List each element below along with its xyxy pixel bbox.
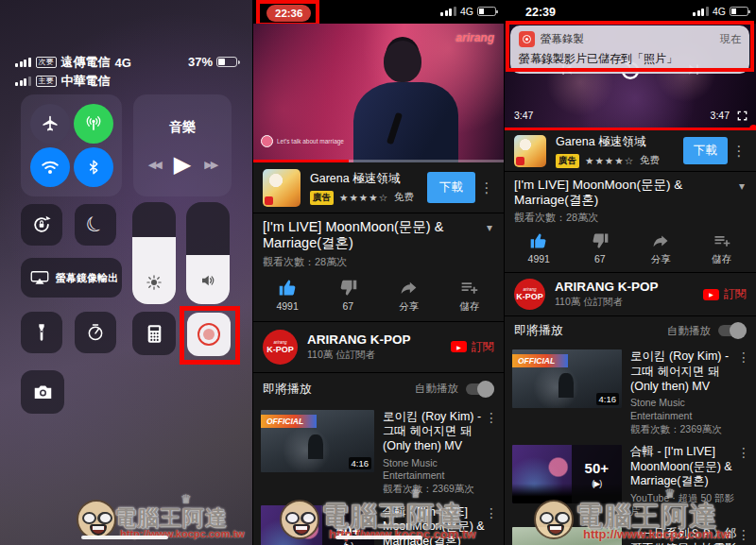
subscriber-count: 110萬 位訂閱者 (555, 296, 703, 309)
video-player[interactable]: arirang Let's talk about marriage (253, 24, 504, 162)
brightness-slider[interactable] (132, 202, 176, 304)
item-channel: Stone Music Entertainment (630, 397, 692, 421)
save-button[interactable]: 儲存 (439, 278, 500, 314)
autoplay-toggle[interactable] (466, 383, 494, 395)
fullscreen-icon[interactable] (736, 110, 748, 122)
ad-advertiser: Garena 極速領域 (310, 171, 427, 187)
youtube-notification-panel: 22:39 4G 3:47 3:47 Garena 極速領域 (504, 0, 756, 545)
calculator-button[interactable] (132, 312, 176, 355)
thumbs-up-icon (278, 278, 298, 298)
kebab-menu-icon[interactable]: ⋮ (479, 179, 494, 196)
autoplay-label: 自動播放 (667, 324, 711, 338)
sim-badge: 主要 (36, 76, 57, 87)
share-button[interactable]: 分享 (630, 231, 692, 266)
thumbnail-figure (558, 373, 574, 398)
do-not-disturb-button[interactable]: ☾ (75, 204, 116, 246)
kebab-menu-icon[interactable]: ⋮ (485, 505, 496, 545)
home-indicator[interactable] (81, 536, 168, 539)
kebab-menu-icon[interactable]: ⋮ (731, 143, 747, 160)
sim-badge: 次要 (36, 57, 57, 68)
save-label: 儲存 (459, 300, 479, 314)
caption-text: Let's talk about marriage (277, 138, 344, 145)
volume-slider[interactable] (186, 202, 230, 304)
airplane-mode-button[interactable] (30, 104, 70, 144)
save-label: 儲存 (712, 253, 731, 266)
upnext-header: 即將播放 自動播放 (253, 373, 504, 405)
channel-row: arirang K-POP ARIRANG K-POP 110萬 位訂閱者 ▶ … (505, 273, 756, 316)
like-count: 4991 (528, 253, 550, 264)
kebab-menu-icon[interactable]: ⋮ (485, 410, 496, 496)
timer-button[interactable] (75, 312, 116, 353)
kebab-menu-icon[interactable]: ⋮ (737, 527, 748, 545)
video-thumbnail[interactable]: 一日電影劇組 工作 1:13:52 (512, 527, 622, 545)
list-item[interactable]: OFFICIAL 4:16 로이킴 (Roy Kim) - 그때 헤어지면 돼 … (505, 345, 756, 440)
bluetooth-button[interactable] (74, 147, 113, 187)
volume-speaker-icon (186, 272, 230, 289)
screen-recording-notification[interactable]: 螢幕錄製 現在 螢幕錄製影片已儲存到「照片」 (510, 26, 749, 74)
kebab-menu-icon[interactable]: ⋮ (737, 445, 748, 518)
wifi-button[interactable] (30, 147, 70, 187)
cellular-data-button[interactable] (74, 104, 113, 144)
item-views: 觀看次數：2369萬次 (383, 483, 474, 494)
camera-icon (33, 383, 53, 400)
bluetooth-icon (85, 159, 102, 176)
flashlight-icon (34, 323, 49, 342)
timer-icon (86, 323, 105, 342)
save-button[interactable]: 儲存 (692, 231, 753, 266)
progress-knob[interactable] (749, 125, 756, 130)
fast-forward-icon[interactable]: ▶▶ (204, 159, 216, 171)
download-button[interactable]: 下載 (683, 137, 728, 164)
dislike-button[interactable]: 67 (570, 231, 631, 266)
play-icon[interactable]: ▶ (174, 151, 191, 178)
home-indicator[interactable] (335, 536, 422, 539)
camera-button[interactable] (21, 370, 64, 414)
signal-bars-icon (15, 58, 31, 67)
list-item[interactable]: OFFICIAL 4:16 로이킴 (Roy Kim) - 그때 헤어지면 돼 … (253, 405, 504, 501)
ad-thumbnail[interactable] (263, 169, 301, 207)
like-button[interactable]: 4991 (257, 278, 318, 314)
moon-icon: ☾ (81, 210, 110, 240)
download-button[interactable]: 下載 (427, 172, 475, 203)
like-count: 4991 (276, 300, 298, 312)
video-progress-bar[interactable] (253, 160, 504, 162)
chevron-down-icon[interactable]: ▾ (487, 221, 492, 234)
channel-avatar[interactable]: arirang K-POP (263, 330, 298, 365)
share-button[interactable]: 分享 (379, 278, 439, 314)
rotation-lock-button[interactable] (21, 204, 62, 246)
notification-message: 螢幕錄製影片已儲存到「照片」 (519, 51, 741, 67)
like-button[interactable]: 4991 (508, 231, 570, 266)
ad-thumbnail[interactable] (514, 135, 546, 167)
rewind-icon[interactable]: ◀◀ (148, 159, 161, 171)
music-tile-title: 音樂 (133, 119, 232, 136)
kebab-menu-icon[interactable]: ⋮ (737, 349, 748, 435)
subscribe-button[interactable]: ▶ 訂閱 (703, 286, 747, 302)
playlist-count: 50+ (585, 460, 609, 476)
video-thumbnail[interactable]: 50+(▶) (512, 445, 622, 503)
autoplay-toggle[interactable] (718, 325, 747, 336)
dislike-button[interactable]: 67 (318, 278, 378, 314)
chevron-down-icon[interactable]: ▾ (739, 179, 745, 193)
video-thumbnail[interactable]: OFFICIAL 4:16 (261, 410, 374, 472)
autoplay-label: 自動播放 (415, 382, 458, 396)
item-title: 合輯 - [I'm LIVE] MoonMoon(문문) & Marriage(… (630, 445, 737, 489)
video-title: [I'm LIVE] MoonMoon(문문) & Marriage(결혼) (263, 219, 479, 252)
action-bar: 4991 67 分享 儲存 (505, 229, 756, 273)
video-caption: Let's talk about marriage (261, 135, 344, 147)
channel-avatar[interactable]: arirang K-POP (514, 279, 545, 310)
flashlight-button[interactable] (21, 312, 62, 353)
list-item[interactable]: 一日電影劇組 工作 1:13:52 《一日系列ＳＰ》邰哥不做節目去拍電影了!!?… (505, 522, 756, 545)
connectivity-tile (21, 94, 122, 196)
video-thumbnail[interactable]: OFFICIAL 4:16 (512, 349, 622, 408)
screen-record-button[interactable] (187, 313, 231, 356)
battery-percent: 37% (188, 55, 213, 69)
video-progress-bar[interactable] (505, 128, 756, 130)
item-channel: YouTube · 超過 50 部影片 (630, 492, 737, 518)
subscribe-button[interactable]: ▶ 訂閱 (451, 339, 494, 355)
recording-time-pill[interactable]: 22:36 (266, 5, 311, 22)
channel-name: ARIRANG K-POP (555, 280, 703, 294)
screen-mirroring-button[interactable]: 螢幕鏡像輸出 (21, 258, 122, 298)
ad-banner: Garena 極速領域 廣告 ★★★★☆ 免费 下載 ⋮ (505, 130, 756, 172)
brightness-sun-icon (132, 274, 176, 291)
thumbnail-figure (308, 434, 323, 459)
list-item[interactable]: 50+(▶) 合輯 - [I'm LIVE] MoonMoon(문문) & Ma… (505, 440, 756, 522)
